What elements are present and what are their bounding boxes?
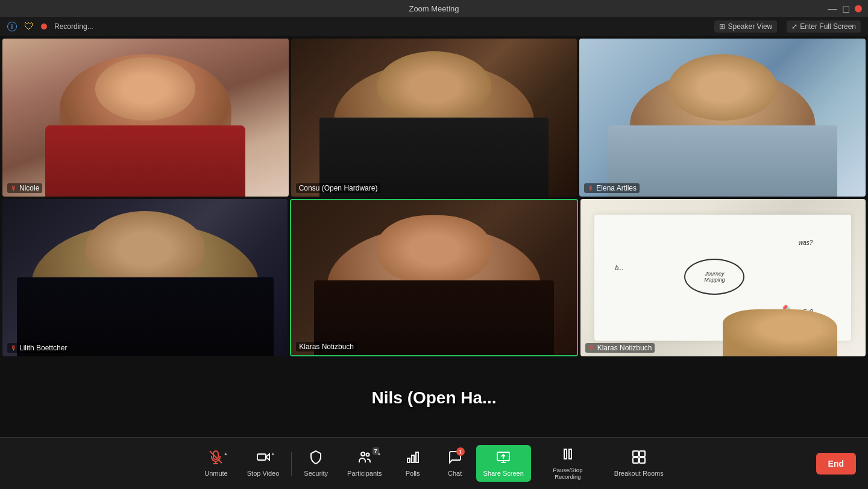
svg-rect-3	[257, 454, 266, 460]
participant-name-elena: Elena Artiles	[596, 184, 637, 192]
mic-off-icon: ▲	[209, 450, 223, 467]
participant-name-lilith: Lilith Boettcher	[19, 344, 67, 352]
participant-name-nicole: Nicole	[19, 184, 39, 192]
security-button[interactable]: Security	[294, 445, 338, 482]
polls-button[interactable]: Polls	[392, 445, 434, 482]
video-cell-consu: Consu (Open Hardware)	[291, 39, 577, 197]
svg-rect-16	[633, 451, 638, 456]
record-label: Pause/Stop Recording	[541, 467, 595, 480]
unmute-chevron[interactable]: ▲	[224, 451, 228, 456]
participants-button[interactable]: 7 ▲ Participants	[338, 445, 391, 482]
svg-rect-15	[569, 449, 571, 459]
chat-icon: 1	[448, 450, 462, 467]
breakout-button[interactable]: Breakout Rooms	[605, 445, 673, 482]
participants-label: Participants	[347, 470, 382, 477]
polls-icon	[406, 450, 420, 467]
video-cell-klaras-screen: JourneyMapping was? wofür? b... ✏️ 🎙 Kla…	[580, 199, 866, 357]
subtitle-text: Nils (Open Ha...	[372, 388, 497, 408]
video-cell-klaras-video: Klaras Notizbuch	[290, 199, 577, 357]
breakout-icon	[632, 450, 646, 467]
unmute-button[interactable]: ▲ Unmute	[195, 445, 237, 482]
chat-badge: 1	[456, 447, 465, 456]
chat-label: Chat	[448, 470, 462, 477]
minimize-button[interactable]: —	[828, 3, 837, 14]
svg-point-6	[366, 453, 369, 456]
record-button[interactable]: Pause/Stop Recording	[531, 442, 605, 485]
unmute-label: Unmute	[204, 470, 228, 477]
fullscreen-icon: ⤢	[791, 22, 797, 31]
shield-icon: 🛡	[24, 21, 34, 32]
mic-muted-icon: 🎙	[10, 185, 17, 192]
participant-name-klaras-screen: Klaras Notizbuch	[597, 344, 652, 352]
window-title: Zoom Meeting	[409, 4, 459, 13]
participants-chevron[interactable]: ▲	[377, 451, 382, 456]
toolbar: ▲ Unmute ▲ Stop Video Security	[0, 437, 868, 489]
recording-dot	[41, 24, 47, 30]
recording-label: Recording...	[54, 22, 93, 31]
video-cell-lilith: 🎙 Lilith Boettcher	[2, 199, 288, 357]
participant-label-lilith: 🎙 Lilith Boettcher	[7, 343, 70, 353]
security-label: Security	[304, 470, 328, 477]
participant-name-klaras-video: Klaras Notizbuch	[299, 342, 354, 351]
end-button[interactable]: End	[816, 453, 856, 475]
stop-video-button[interactable]: ▲ Stop Video	[237, 445, 289, 482]
polls-label: Polls	[406, 470, 420, 477]
participant-label-klaras-video: Klaras Notizbuch	[296, 342, 357, 352]
mic-muted-icon-klaras-screen: 🎙	[588, 344, 595, 352]
svg-rect-7	[407, 458, 410, 462]
top-bar: i 🛡 Recording... ⊞ Speaker View ⤢ Enter …	[0, 17, 868, 36]
participant-label-elena: 🎙 Elena Artiles	[584, 183, 640, 193]
window-controls[interactable]: — ◻	[828, 3, 862, 14]
security-icon	[309, 450, 323, 467]
participants-icon: 7 ▲	[357, 450, 372, 467]
record-icon	[561, 447, 575, 464]
video-cell-elena: 🎙 Elena Artiles	[579, 39, 866, 197]
svg-rect-9	[416, 452, 418, 462]
svg-rect-19	[640, 458, 645, 463]
info-icon[interactable]: i	[7, 22, 17, 31]
divider-1	[291, 452, 292, 476]
fullscreen-button[interactable]: ⤢ Enter Full Screen	[787, 21, 861, 33]
video-grid: 🎙 Nicole Consu (Open Hardware) 🎙	[0, 36, 868, 359]
top-bar-right: ⊞ Speaker View ⤢ Enter Full Screen	[714, 21, 861, 33]
video-icon: ▲	[256, 450, 271, 467]
video-chevron[interactable]: ▲	[271, 451, 275, 456]
svg-point-5	[361, 452, 365, 456]
breakout-label: Breakout Rooms	[614, 470, 664, 477]
share-screen-label: Share Screen	[483, 470, 524, 477]
svg-rect-17	[640, 451, 645, 456]
speaker-view-icon: ⊞	[719, 22, 725, 31]
video-cell-nicole: 🎙 Nicole	[2, 39, 289, 197]
share-screen-icon	[496, 450, 511, 467]
mic-muted-icon-lilith: 🎙	[10, 344, 17, 352]
speaker-view-button[interactable]: ⊞ Speaker View	[714, 21, 777, 33]
participant-label-nicole: 🎙 Nicole	[7, 183, 42, 193]
participant-label-consu: Consu (Open Hardware)	[296, 183, 381, 193]
mic-muted-icon-elena: 🎙	[587, 185, 594, 192]
share-screen-button[interactable]: Share Screen	[476, 445, 531, 482]
close-button[interactable]	[855, 5, 862, 12]
svg-rect-14	[564, 449, 567, 459]
toolbar-items: ▲ Unmute ▲ Stop Video Security	[195, 442, 673, 485]
svg-rect-18	[633, 458, 638, 463]
participant-label-klaras-screen: 🎙 Klaras Notizbuch	[585, 343, 655, 353]
chat-button[interactable]: 1 Chat	[434, 445, 476, 482]
video-row-2: 🎙 Lilith Boettcher Klaras Notizbuch Jour…	[2, 199, 866, 357]
video-row-1: 🎙 Nicole Consu (Open Hardware) 🎙	[2, 39, 866, 197]
title-bar: Zoom Meeting — ◻	[0, 0, 868, 17]
subtitle-area: Nils (Open Ha...	[0, 359, 868, 437]
participant-name-consu: Consu (Open Hardware)	[299, 184, 378, 192]
maximize-button[interactable]: ◻	[842, 3, 850, 14]
svg-rect-8	[412, 455, 414, 462]
stop-video-label: Stop Video	[247, 470, 280, 477]
